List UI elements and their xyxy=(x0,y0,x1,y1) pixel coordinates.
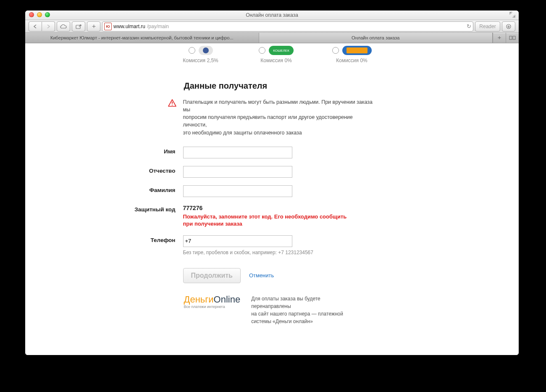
warning-icon xyxy=(168,99,177,137)
forward-button[interactable] xyxy=(42,21,55,32)
browser-tab[interactable]: Онлайн оплата заказа xyxy=(259,33,493,43)
security-code-label: Защитный код xyxy=(62,205,183,213)
payment-option: Комиссия 0% xyxy=(323,46,381,63)
tab-tools: ＋ xyxy=(493,33,519,43)
first-name-input[interactable] xyxy=(183,147,292,158)
new-tab-button[interactable]: ＋ xyxy=(493,33,506,43)
window-close-button[interactable] xyxy=(29,12,34,17)
payment-options: Комиссия 2,5% КОШЕЛЕК Комиссия 0% xyxy=(171,43,482,63)
cancel-link[interactable]: Отменить xyxy=(249,272,274,279)
patronymic-input[interactable] xyxy=(183,166,292,178)
reader-button[interactable]: Reader xyxy=(475,21,500,32)
payment-badge-icon xyxy=(199,46,213,55)
share-button[interactable] xyxy=(72,21,85,32)
commission-label: Комиссия 0% xyxy=(260,58,292,63)
payment-radio[interactable] xyxy=(259,47,265,54)
patronymic-label: Отчество xyxy=(62,166,183,174)
browser-window: Онлайн оплата заказа ＋ Ю www.ulmart.ru/p… xyxy=(25,11,519,355)
add-bookmark-button[interactable]: ＋ xyxy=(87,21,100,32)
tab-bar: Кибермаркет Юлмарт - интернет-магазин ко… xyxy=(25,33,519,43)
last-name-label: Фамилия xyxy=(62,185,183,193)
site-favicon-icon: Ю xyxy=(104,23,112,30)
phone-label: Телефон xyxy=(62,235,183,243)
downloads-button[interactable] xyxy=(502,21,515,32)
browser-toolbar: ＋ Ю www.ulmart.ru/pay/main ↻ Reader xyxy=(25,20,519,33)
payment-radio[interactable] xyxy=(189,47,195,54)
svg-rect-3 xyxy=(513,36,515,39)
continue-button[interactable]: Продолжить xyxy=(183,268,241,283)
partner-description: Для оплаты заказа вы будете перенаправле… xyxy=(251,295,348,325)
window-titlebar: Онлайн оплата заказа xyxy=(25,11,519,20)
window-zoom-button[interactable] xyxy=(45,12,50,17)
phone-hint: Без тире, пробелов и скобок, например: +… xyxy=(183,250,482,255)
window-title: Онлайн оплата заказа xyxy=(25,12,519,18)
section-title: Данные получателя xyxy=(184,81,482,91)
phone-input[interactable] xyxy=(183,235,292,247)
reload-icon[interactable]: ↻ xyxy=(467,23,471,29)
back-button[interactable] xyxy=(29,21,42,32)
page-content[interactable]: Комиссия 2,5% КОШЕЛЕК Комиссия 0% xyxy=(25,43,519,355)
svg-point-5 xyxy=(171,105,172,105)
commission-label: Комиссия 2,5% xyxy=(183,58,218,63)
first-name-label: Имя xyxy=(62,147,183,155)
browser-tab[interactable]: Кибермаркет Юлмарт - интернет-магазин ко… xyxy=(25,33,259,43)
payment-badge-icon: КОШЕЛЕК xyxy=(269,46,294,55)
show-all-tabs-button[interactable] xyxy=(506,33,519,43)
commission-label: Комиссия 0% xyxy=(336,58,368,63)
svg-rect-2 xyxy=(509,36,512,39)
fullscreen-icon[interactable] xyxy=(509,12,515,18)
partner-logo: ДеньгиOnline Все платежи интернета xyxy=(184,295,241,309)
payment-radio[interactable] xyxy=(332,47,339,54)
url-path: /pay/main xyxy=(147,24,169,29)
last-name-input[interactable] xyxy=(183,185,292,197)
payment-badge-icon xyxy=(342,46,372,55)
icloud-button[interactable] xyxy=(57,21,70,32)
address-bar[interactable]: Ю www.ulmart.ru/pay/main ↻ xyxy=(102,21,473,32)
security-code-value: 777276 xyxy=(183,205,482,211)
payment-option: Комиссия 2,5% xyxy=(171,46,230,63)
notice-text: Плательщик и получатель могут быть разны… xyxy=(183,98,378,137)
payment-option: КОШЕЛЕК Комиссия 0% xyxy=(247,46,306,63)
window-minimize-button[interactable] xyxy=(37,12,42,17)
security-code-warning: Пожалуйста, запомните этот код. Его необ… xyxy=(183,213,351,228)
url-domain: www.ulmart.ru xyxy=(113,24,145,29)
